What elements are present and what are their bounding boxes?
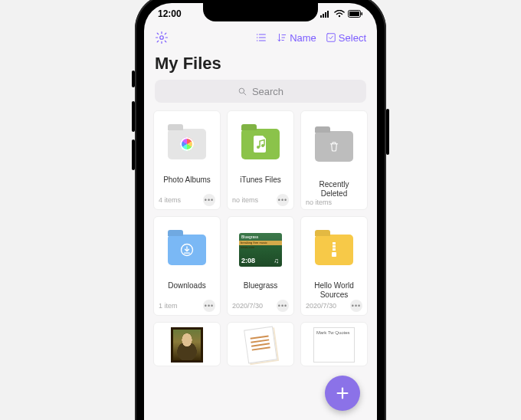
svg-rect-3 [327, 11, 329, 18]
download-icon [179, 242, 195, 258]
svg-rect-0 [320, 15, 322, 18]
svg-rect-26 [333, 245, 336, 248]
svg-rect-25 [333, 242, 336, 244]
file-name: Bluegrass [232, 281, 289, 298]
file-tile-partial[interactable]: Mark Tw Quotes [300, 322, 368, 366]
more-button[interactable]: ••• [277, 300, 289, 312]
notch [203, 3, 318, 21]
view-list-button[interactable] [255, 31, 267, 44]
select-label: Select [339, 32, 366, 44]
file-tile-partial[interactable] [153, 322, 221, 366]
svg-point-14 [257, 40, 257, 41]
svg-point-4 [339, 15, 340, 17]
file-tile-hello-world[interactable]: Hello World Sources 2020/7/30••• [300, 216, 368, 316]
more-button[interactable]: ••• [203, 300, 215, 312]
svg-rect-18 [327, 34, 336, 42]
svg-rect-1 [323, 14, 324, 18]
phone-side-button [386, 109, 389, 155]
file-name: Photo Albums [159, 176, 215, 192]
file-meta: no items [306, 199, 332, 206]
battery-icon [348, 10, 363, 18]
settings-button[interactable] [155, 31, 169, 44]
phone-side-button [132, 139, 135, 170]
file-meta: 1 item [159, 302, 178, 310]
sort-button[interactable]: Name [277, 32, 316, 44]
sort-label: Name [290, 32, 316, 44]
file-name: iTunes Files [232, 176, 289, 192]
svg-rect-6 [349, 11, 359, 16]
file-meta: 2020/7/30 [306, 302, 336, 310]
file-tile-itunes[interactable]: iTunes Files no items••• [227, 110, 294, 210]
video-thumbnail: Bluegrass breaking free music news.com 2… [239, 233, 282, 267]
more-button[interactable]: ••• [203, 194, 215, 206]
svg-point-8 [160, 36, 164, 40]
video-duration: 2:08 [241, 257, 255, 264]
svg-point-12 [257, 34, 257, 34]
file-name: Downloads [159, 281, 215, 298]
folder-icon [168, 235, 206, 265]
file-meta: no items [232, 196, 258, 204]
search-input[interactable]: Search [155, 80, 366, 103]
status-time: 12:00 [158, 8, 182, 19]
phone-side-button [132, 71, 135, 87]
check-square-icon [326, 32, 336, 43]
file-tile-partial[interactable] [227, 322, 294, 366]
signal-icon [320, 10, 331, 18]
add-button[interactable] [325, 376, 360, 411]
svg-line-20 [244, 93, 246, 95]
trash-icon [328, 139, 340, 153]
phone-frame: 12:00 Name Sele [135, 0, 386, 420]
gear-icon [155, 31, 169, 44]
file-name: Recently Deleted [306, 180, 362, 197]
image-thumbnail [171, 327, 203, 363]
file-name: Hello World Sources [306, 281, 362, 298]
file-tile-downloads[interactable]: Downloads 1 item••• [153, 216, 221, 316]
file-tile-photo-albums[interactable]: Photo Albums 4 items••• [153, 110, 221, 210]
select-button[interactable]: Select [326, 32, 366, 44]
music-note-icon: ♫ [274, 257, 279, 264]
plus-icon [334, 385, 351, 402]
document-thumbnail [244, 326, 277, 364]
phone-side-button [132, 101, 135, 132]
file-meta: 2020/7/30 [232, 302, 263, 310]
folder-icon [168, 129, 206, 159]
top-nav: Name Select [144, 25, 377, 51]
folder-icon [315, 235, 353, 265]
page-title: My Files [144, 51, 377, 80]
svg-rect-27 [333, 248, 336, 251]
svg-point-19 [239, 88, 244, 94]
status-right [320, 10, 363, 18]
file-tile-bluegrass[interactable]: Bluegrass breaking free music news.com 2… [227, 216, 294, 316]
list-icon [255, 31, 267, 44]
file-tile-recently-deleted[interactable]: Recently Deleted no items [300, 110, 368, 210]
svg-point-13 [257, 37, 257, 38]
wifi-icon [334, 10, 345, 18]
file-grid: Photo Albums 4 items••• iTunes Files no … [144, 110, 377, 420]
folder-icon [241, 129, 280, 159]
search-icon [238, 87, 247, 97]
svg-rect-28 [332, 252, 336, 257]
screen: 12:00 Name Sele [144, 3, 377, 420]
more-button[interactable]: ••• [277, 194, 289, 206]
svg-rect-2 [325, 12, 326, 18]
photos-pinwheel-icon [180, 137, 194, 151]
itunes-file-icon [254, 136, 267, 153]
sort-icon [277, 32, 287, 43]
zip-icon [330, 242, 338, 258]
svg-rect-7 [362, 12, 363, 15]
search-placeholder: Search [252, 86, 283, 97]
file-meta: 4 items [159, 196, 181, 204]
more-button[interactable]: ••• [350, 300, 362, 312]
folder-icon [315, 131, 353, 162]
text-thumbnail: Mark Tw Quotes [313, 327, 355, 363]
